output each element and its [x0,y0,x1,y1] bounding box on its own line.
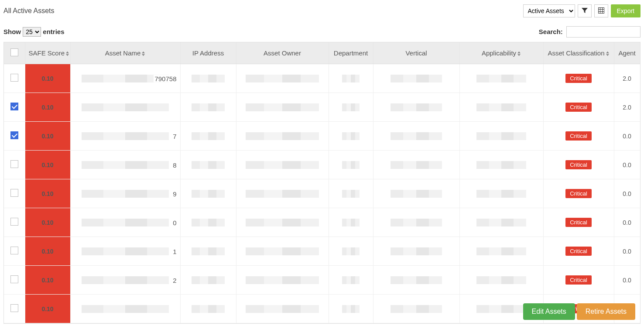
classification-cell: Critical [543,237,614,266]
table-row[interactable]: 0.10790758Critical2.0 [4,64,640,93]
search-label: Search: [539,28,563,35]
row-select-cell[interactable] [4,151,25,179]
table-row[interactable]: 0.109Critical0.0 [4,179,640,208]
col-header-asset-name[interactable]: Asset Name [70,42,180,64]
row-select-cell[interactable] [4,122,25,151]
ip-address-cell [180,64,236,93]
asset-name-cell[interactable]: 7 [70,122,180,151]
col-header-asset-classification[interactable]: Asset Classification [543,42,614,64]
asset-name-cell[interactable]: 2 [70,266,180,295]
asset-name-cell[interactable]: 790758 [70,64,180,93]
asset-name-fragment: 2 [172,276,176,284]
row-select-cell[interactable] [4,295,25,323]
svg-marker-0 [66,51,69,53]
table-row[interactable]: 0.10Critical2.0 [4,93,640,122]
agent-cell: 0.0 [614,266,640,295]
row-select-cell[interactable] [4,64,25,93]
page-size-select[interactable]: 25 [23,27,41,37]
asset-owner-cell [236,64,329,93]
department-cell [329,266,373,295]
asset-name-cell[interactable]: 9 [70,179,180,208]
applicability-cell [459,64,543,93]
row-select-cell[interactable] [4,237,25,266]
col-header-agent[interactable]: Agent [614,42,640,64]
asset-name-cell[interactable]: 1 [70,237,180,266]
ip-address-cell [180,151,236,179]
table-row[interactable]: 0.101Critical0.0 [4,237,640,266]
retire-assets-button[interactable]: Retire Assets [577,303,635,320]
col-header-ip-address[interactable]: IP Address [180,42,236,64]
asset-name-cell[interactable]: 8 [70,151,180,179]
safe-score-cell: 0.10 [25,151,70,179]
agent-cell: 0.0 [614,151,640,179]
row-checkbox[interactable] [10,218,18,226]
asset-name-fragment: 1 [172,247,176,255]
col-header-department[interactable]: Department [329,42,373,64]
department-cell [329,208,373,237]
row-select-cell[interactable] [4,93,25,122]
col-header-asset-owner[interactable]: Asset Owner [236,42,329,64]
asset-name-fragment: 8 [172,161,176,168]
table-row[interactable]: 0.100Critical0.0 [4,208,640,237]
row-select-cell[interactable] [4,208,25,237]
columns-button[interactable] [594,4,608,17]
svg-marker-1 [66,54,69,56]
vertical-cell [373,208,459,237]
safe-score-cell: 0.10 [25,64,70,93]
svg-marker-3 [142,54,145,56]
table-row[interactable]: 0.108Critical0.0 [4,151,640,179]
svg-marker-2 [142,51,145,53]
department-cell [329,64,373,93]
row-checkbox[interactable] [10,74,18,82]
safe-score-cell: 0.10 [25,237,70,266]
row-checkbox[interactable] [10,160,18,168]
vertical-cell [373,93,459,122]
vertical-cell [373,122,459,151]
filter-button[interactable] [578,4,592,17]
ip-address-cell [180,93,236,122]
department-cell [329,295,373,323]
applicability-cell [459,208,543,237]
sort-icon [517,51,521,57]
row-checkbox[interactable] [10,131,18,139]
classification-badge: Critical [565,131,592,141]
agent-cell: 0.0 [614,237,640,266]
classification-badge: Critical [565,189,592,198]
row-checkbox[interactable] [10,275,18,283]
classification-badge: Critical [565,74,592,83]
asset-name-cell[interactable] [70,93,180,122]
export-button[interactable]: Export [611,4,641,17]
select-all-checkbox[interactable] [10,48,18,56]
asset-filter-select[interactable]: Active Assets [523,4,575,17]
row-select-cell[interactable] [4,266,25,295]
asset-name-cell[interactable] [70,295,180,323]
row-checkbox[interactable] [10,304,18,312]
row-checkbox[interactable] [10,247,18,254]
row-checkbox[interactable] [10,103,18,110]
filter-icon [581,7,588,15]
header-actions: Active Assets Export [523,4,641,17]
asset-name-cell[interactable]: 0 [70,208,180,237]
classification-cell: Critical [543,122,614,151]
row-select-cell[interactable] [4,179,25,208]
safe-score-cell: 0.10 [25,179,70,208]
table-header-row: SAFE Score Asset Name IP Address Asset O… [4,42,640,64]
table-row[interactable]: 0.102Critical0.0 [4,266,640,295]
edit-assets-button[interactable]: Edit Assets [523,303,575,320]
classification-badge: Critical [565,218,592,227]
safe-score-cell: 0.10 [25,266,70,295]
col-header-select[interactable] [4,42,25,64]
classification-cell: Critical [543,179,614,208]
search-input[interactable] [566,26,641,38]
col-header-applicability[interactable]: Applicability [459,42,543,64]
col-header-vertical[interactable]: Vertical [373,42,459,64]
search-box: Search: [539,26,641,38]
col-header-safe-score[interactable]: SAFE Score [25,42,70,64]
applicability-cell [459,237,543,266]
row-checkbox[interactable] [10,189,18,197]
department-cell [329,179,373,208]
department-cell [329,151,373,179]
table-controls: Show 25 entries Search: [3,23,641,42]
asset-owner-cell [236,208,329,237]
table-row[interactable]: 0.107Critical0.0 [4,122,640,151]
